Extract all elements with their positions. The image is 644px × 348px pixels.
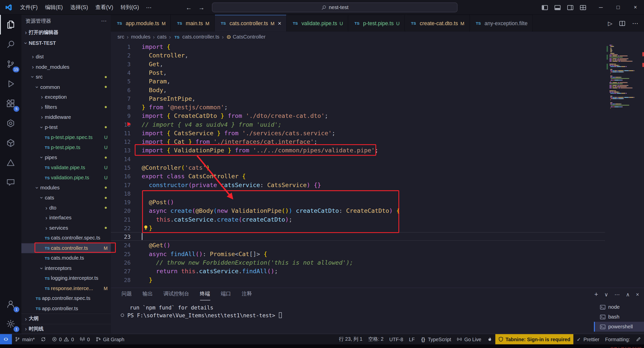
status-git-branch-icon-main[interactable]: main* <box>12 334 37 344</box>
code-line[interactable]: 13import { ValidationPipe } from '../../… <box>111 146 644 154</box>
activity-chatgpt[interactable] <box>0 113 21 133</box>
command-center-search[interactable]: nest-test <box>212 3 458 12</box>
code-line[interactable]: 10// import { v4 as uuidv4 } from 'uuid'… <box>111 120 644 129</box>
panel-more-button[interactable]: ⋯ <box>614 291 620 297</box>
status-shield-icon-tabnine-sign-in-is-required[interactable]: Tabnine: Sign-in is required <box>495 334 573 344</box>
code-line[interactable]: 26 // throw new ForbiddenException('this… <box>111 258 644 267</box>
menu-选择-s[interactable]: 选择(S) <box>66 0 92 14</box>
breadcrumb-src[interactable]: src <box>118 34 124 40</box>
tab-main-ts[interactable]: TSmain.tsM <box>171 15 215 32</box>
tab-create-cat-dto-ts[interactable]: TScreate-cat.dto.tsM <box>405 15 470 32</box>
terminal-dropdown-button[interactable]: ∨ <box>604 291 608 297</box>
tree-item-app-controller-spec-ts[interactable]: TSapp.controller.spec.ts <box>21 293 111 303</box>
breadcrumb-cats-controller-ts[interactable]: TScats.controller.ts <box>173 34 219 40</box>
activity-settings-gear[interactable]: 1 <box>0 314 21 334</box>
tree-item-response-interce[interactable]: TSresponse.interce...M <box>21 283 111 293</box>
tree-item-modules[interactable]: ›modules <box>21 183 111 193</box>
lightbulb-icon[interactable] <box>142 224 149 231</box>
terminal-output[interactable]: run `npm fund` for detailsPS F:\software… <box>111 300 644 319</box>
code-line[interactable]: 27 return this.catsService.findAll(); <box>111 267 644 275</box>
code-line[interactable]: 20 async create(@Body(new ValidationPipe… <box>111 206 644 215</box>
tree-item-validation-pipe-ts[interactable]: TSvalidation.pipe.tsU <box>21 172 111 183</box>
code-line[interactable]: 5 Param, <box>111 77 644 85</box>
tree-item-filters[interactable]: ›filters <box>21 102 111 112</box>
activity-search[interactable] <box>0 34 21 54</box>
menubar-more-button[interactable]: ⋯ <box>143 0 155 15</box>
activity-pyramid[interactable] <box>0 153 21 172</box>
menu-编辑-e[interactable]: 编辑(E) <box>41 0 66 14</box>
forward-button[interactable]: → <box>198 4 204 11</box>
code-line[interactable]: 1import { <box>111 42 644 51</box>
tab-validate-pipe-ts[interactable]: TSvalidate.pipe.tsU <box>287 15 348 32</box>
breadcrumb-modules[interactable]: modules <box>131 34 150 40</box>
minimize-button[interactable]: ─ <box>592 0 610 15</box>
open-editors-section[interactable]: › 打开的编辑器 <box>21 27 111 38</box>
tree-item-common[interactable]: ›common <box>21 82 111 92</box>
panel-tab-问题[interactable]: 问题 <box>122 288 132 300</box>
run-button[interactable]: ▷ <box>608 20 613 26</box>
code-line[interactable]: 7 ParseIntPipe, <box>111 94 644 103</box>
status-sync-icon[interactable] <box>38 334 49 344</box>
tree-item-dist[interactable]: ›dist <box>21 52 111 62</box>
split-editor-icon[interactable] <box>619 20 625 26</box>
activity-accounts[interactable]: 1 <box>0 294 21 314</box>
status-remote-icon[interactable] <box>0 334 12 344</box>
section-大纲[interactable]: ›大纲 <box>21 314 111 324</box>
tree-item-src[interactable]: ›src <box>21 72 111 82</box>
tree-item-cats-controller-ts[interactable]: TScats.controller.tsM <box>21 243 111 253</box>
panel-tab-注释[interactable]: 注释 <box>242 288 252 300</box>
code-line[interactable]: 21 this.catsService.create(createCatDto)… <box>111 215 644 224</box>
panel-tab-输出[interactable]: 输出 <box>142 288 153 300</box>
code-line[interactable]: 25 async findAll(): Promise<Cat[]> { <box>111 250 644 258</box>
toggle-sidebar-icon[interactable] <box>541 4 548 11</box>
panel-tab-终端[interactable]: 终端 <box>200 288 210 300</box>
code-line[interactable]: 4 Post, <box>111 68 644 77</box>
status-error-circle-icon-0-warning-icon-0[interactable]: 00 <box>49 334 77 344</box>
status-lf[interactable]: LF <box>406 334 418 344</box>
activity-package[interactable] <box>0 133 21 153</box>
code-line[interactable]: 8} from '@nestjs/common'; <box>111 103 644 111</box>
panel-close-button[interactable]: × <box>636 291 639 297</box>
code-line[interactable]: 11import { CatsService } from './service… <box>111 129 644 137</box>
code-line[interactable]: 12import { Cat } from './interfaces/cat.… <box>111 137 644 146</box>
new-terminal-button[interactable]: + <box>594 291 598 298</box>
menu-转到-g[interactable]: 转到(G) <box>117 0 143 14</box>
code-line[interactable]: 18 <box>111 189 644 198</box>
back-button[interactable]: ← <box>186 4 192 11</box>
maximize-button[interactable]: □ <box>610 0 627 15</box>
editor[interactable]: 1import {2 Controller,3 Get,4 Post,5 Par… <box>111 42 644 288</box>
code-line[interactable]: 24 @Get() <box>111 241 644 249</box>
terminal-instance-powershell[interactable]: powershell <box>595 322 644 332</box>
tree-item-node-modules[interactable]: ›node_modules <box>21 62 111 72</box>
tree-item-app-controller-ts[interactable]: TSapp.controller.ts <box>21 303 111 314</box>
activity-run-debug[interactable] <box>0 74 21 94</box>
toggle-panel-icon[interactable] <box>554 4 561 11</box>
code-line[interactable]: 3 Get, <box>111 60 644 68</box>
code-line[interactable]: 28 } <box>111 275 644 284</box>
status-braces-icon-typescript[interactable]: {}TypeScript <box>418 334 454 344</box>
status-行-23-列-1[interactable]: 行 23, 列 1 <box>336 334 365 344</box>
minimap[interactable] <box>610 45 642 109</box>
tree-item-dto[interactable]: ›dto <box>21 203 111 213</box>
tree-item-middleware[interactable]: ›middleware <box>21 112 111 122</box>
panel-tab-调试控制台[interactable]: 调试控制台 <box>164 288 189 300</box>
activity-comments[interactable] <box>0 172 21 192</box>
status-utf-8[interactable]: UTF-8 <box>386 334 406 344</box>
tab-app-module-ts[interactable]: TSapp.module.tsM <box>111 15 171 32</box>
tree-item-interfaces[interactable]: ›interfaces <box>21 213 111 223</box>
tree-item-logging-interceptor-ts[interactable]: TSlogging.interceptor.ts <box>21 273 111 283</box>
code-line[interactable]: 19 @Post() <box>111 198 644 206</box>
activity-explorer[interactable] <box>0 15 21 34</box>
tree-item-interceptors[interactable]: ›interceptors <box>21 263 111 273</box>
editor-more-actions-button[interactable]: ⋯ <box>632 20 638 27</box>
code-line[interactable]: 6 Body, <box>111 85 644 94</box>
breadcrumb-catscontroller[interactable]: CatsController <box>226 34 266 40</box>
tab-cats-controller-ts[interactable]: TScats.controller.tsM× <box>215 15 287 32</box>
tree-item-p-test-pipe-spec-ts[interactable]: TSp-test.pipe.spec.tsU <box>21 132 111 143</box>
panel-tab-端口[interactable]: 端口 <box>221 288 231 300</box>
terminal-instance-node[interactable]: node <box>595 302 644 312</box>
status-pencil-icon[interactable] <box>633 334 644 344</box>
close-icon[interactable]: × <box>278 20 281 27</box>
activity-extensions[interactable]: 5 <box>0 94 21 113</box>
section-时间线[interactable]: ›时间线 <box>21 324 111 334</box>
